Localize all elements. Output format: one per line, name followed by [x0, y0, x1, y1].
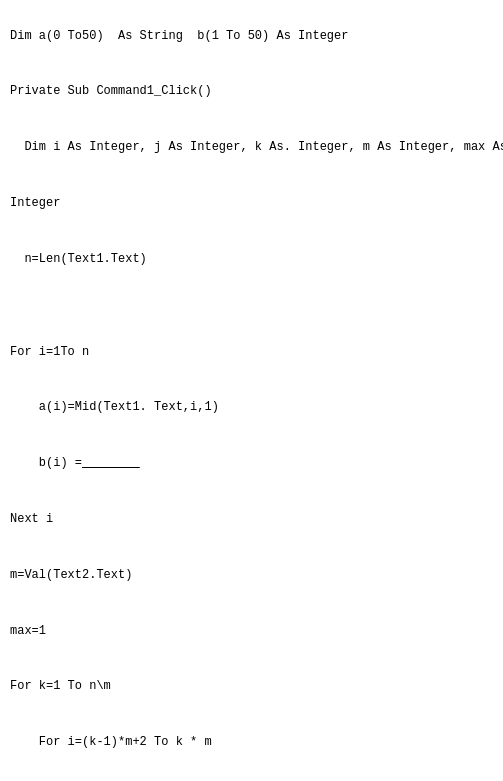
line-9: Next i: [10, 512, 53, 526]
line-11: max=1: [10, 624, 46, 638]
line-2: Private Sub Command1_Click(): [10, 84, 212, 98]
line-10: m=Val(Text2.Text): [10, 568, 132, 582]
line-5: n=Len(Text1.Text): [10, 252, 147, 266]
line-1: Dim a(0 To50) As String b(1 To 50) As In…: [10, 29, 348, 43]
code-display: Dim a(0 To50) As String b(1 To 50) As In…: [10, 8, 493, 781]
line-13: For i=(k-1)*m+2 To k * m: [10, 735, 212, 749]
line-8: b(i) =________: [10, 456, 140, 470]
line-12: For k=1 To n\m: [10, 679, 111, 693]
line-7: a(i)=Mid(Text1. Text,i,1): [10, 400, 219, 414]
line-3: Dim i As Integer, j As Integer, k As. In…: [10, 140, 503, 154]
line-4: Integer: [10, 196, 60, 210]
line-6: For i=1To n: [10, 345, 89, 359]
